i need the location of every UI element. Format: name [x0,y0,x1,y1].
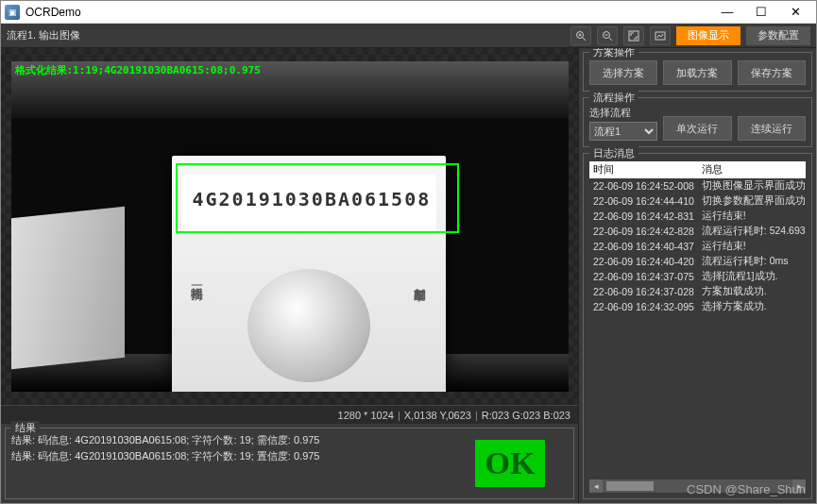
log-time: 22-06-09 16:24:44-410 [589,193,698,209]
window-title: OCRDemo [26,6,710,19]
client-area: 流程1. 输出图像 图像显示 参数配置 [1,24,816,503]
log-msg: 流程运行耗时: 524.6939ms [698,224,806,239]
flow-select-label: 选择流程 [589,106,657,120]
log-msg: 方案加载成功. [698,284,806,299]
close-button[interactable]: ✕ [778,1,812,24]
log-time: 22-06-09 16:24:40-420 [589,254,698,269]
detection-box [176,163,459,233]
log-col-time: 时间 [589,161,698,178]
log-time: 22-06-09 16:24:37-028 [589,284,698,299]
log-msg: 运行结束! [698,239,806,254]
log-time: 22-06-09 16:24:42-831 [589,209,698,224]
log-row[interactable]: 22-06-09 16:24:37-028方案加载成功. [589,284,806,299]
status-dims: 1280 * 1024 [338,410,394,421]
flow-label: 流程1. 输出图像 [7,28,80,42]
status-rgb: R:023 G:023 B:023 [482,410,570,421]
run-once-button[interactable]: 单次运行 [663,116,732,141]
scroll-thumb[interactable] [606,481,654,491]
log-row[interactable]: 22-06-09 16:24:32-095选择方案成功. [589,299,806,314]
results-legend: 结果 [11,421,40,435]
tab-image-display[interactable]: 图像显示 [676,26,740,45]
right-panel: 方案操作 选择方案 加载方案 保存方案 流程操作 选择流程 流程1 [578,48,816,503]
save-scheme-button[interactable]: 保存方案 [738,60,806,85]
log-msg: 选择[流程1]成功. [698,269,806,284]
log-hscrollbar[interactable]: ◂ ▸ [589,479,806,493]
maximize-button[interactable]: ☐ [744,1,778,24]
ok-badge: OK [475,440,545,487]
log-table[interactable]: 时间 消息 22-06-09 16:24:52-008切换图像显示界面成功.22… [589,161,806,479]
log-row[interactable]: 22-06-09 16:24:42-831运行结束! [589,209,806,224]
flow-legend: 流程操作 [589,91,638,105]
log-row[interactable]: 22-06-09 16:24:44-410切换参数配置界面成功. [589,193,806,209]
scheme-legend: 方案操作 [589,48,638,59]
results-group: 结果 结果: 码信息: 4G20191030BA0615:08; 字符个数: 1… [5,428,574,499]
app-icon: ▣ [5,5,20,20]
run-loop-button[interactable]: 连续运行 [738,116,807,141]
log-time: 22-06-09 16:24:42-828 [589,224,698,239]
log-row[interactable]: 22-06-09 16:24:42-828流程运行耗时: 524.6939ms [589,224,806,239]
log-msg: 选择方案成功. [698,299,806,314]
log-time: 22-06-09 16:24:40-437 [589,239,698,254]
svg-line-5 [609,38,612,41]
log-time: 22-06-09 16:24:32-095 [589,299,698,314]
app-window: ▣ OCRDemo — ☐ ✕ 流程1. 输出图像 图像显示 参数配置 [0,0,817,504]
log-msg: 切换参数配置界面成功. [698,193,806,209]
image-canvas: 4G20191030BA061508 喝前摇一摇 享加餐时刻 格式化结果:1:1… [11,61,569,392]
tab-param-config[interactable]: 参数配置 [746,26,810,45]
viewer-statusbar: 1280 * 1024 | X,0138 Y,0623 | R:023 G:02… [1,405,578,424]
minimize-button[interactable]: — [710,1,744,24]
scroll-left-icon[interactable]: ◂ [589,479,603,493]
log-msg: 运行结束! [698,209,806,224]
load-scheme-button[interactable]: 加载方案 [663,60,731,85]
log-col-msg: 消息 [698,161,806,178]
log-msg: 流程运行耗时: 0ms [698,254,806,269]
flow-group: 流程操作 选择流程 流程1 单次运行 连续运行 [583,97,812,147]
log-group: 日志消息 时间 消息 22-06-09 16:24:52-008切换图像显示界面… [583,153,812,499]
log-row[interactable]: 22-06-09 16:24:37-075选择[流程1]成功. [589,269,806,284]
fit-icon[interactable] [623,26,644,45]
svg-line-1 [583,38,586,41]
log-row[interactable]: 22-06-09 16:24:40-420流程运行耗时: 0ms [589,254,806,269]
flow-select[interactable]: 流程1 [589,122,657,141]
titlebar: ▣ OCRDemo — ☐ ✕ [1,1,816,24]
overlay-result-text: 格式化结果:1:19;4G20191030BA0615:08;0.975 [15,63,261,77]
snapshot-icon[interactable] [650,26,671,45]
log-row[interactable]: 22-06-09 16:24:40-437运行结束! [589,239,806,254]
image-viewer[interactable]: 4G20191030BA061508 喝前摇一摇 享加餐时刻 格式化结果:1:1… [1,48,578,405]
scroll-right-icon[interactable]: ▸ [792,479,806,493]
zoom-in-icon[interactable] [570,26,591,45]
log-legend: 日志消息 [589,146,638,160]
status-coords: X,0138 Y,0623 [404,410,471,421]
log-msg: 切换图像显示界面成功. [698,178,806,193]
zoom-out-icon[interactable] [597,26,618,45]
left-pane: 4G20191030BA061508 喝前摇一摇 享加餐时刻 格式化结果:1:1… [1,48,578,503]
scheme-group: 方案操作 选择方案 加载方案 保存方案 [583,52,812,92]
log-row[interactable]: 22-06-09 16:24:52-008切换图像显示界面成功. [589,178,806,193]
log-time: 22-06-09 16:24:37-075 [589,269,698,284]
select-scheme-button[interactable]: 选择方案 [589,60,657,85]
log-time: 22-06-09 16:24:52-008 [589,178,698,193]
toolbar: 流程1. 输出图像 图像显示 参数配置 [1,24,816,48]
